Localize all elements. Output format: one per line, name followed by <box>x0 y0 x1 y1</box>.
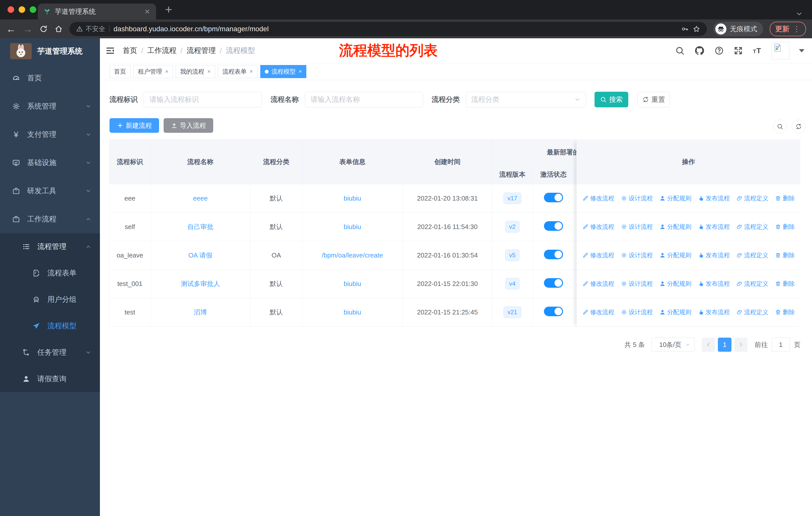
version-badge[interactable]: v2 <box>505 221 520 233</box>
action-assign-rule[interactable]: 分配规则 <box>660 251 691 259</box>
window-controls[interactable] <box>7 6 36 13</box>
url-text[interactable]: dashboard.yudao.iocoder.cn/bpm/manager/m… <box>114 25 677 33</box>
action-design[interactable]: 设计流程 <box>621 251 653 259</box>
action-design[interactable]: 设计流程 <box>621 280 653 288</box>
version-badge[interactable]: v5 <box>505 249 520 261</box>
action-deploy[interactable]: 发布流程 <box>698 251 730 259</box>
action-assign-rule[interactable]: 分配规则 <box>660 194 691 202</box>
breadcrumb-process-mgmt[interactable]: 流程管理 <box>186 46 216 56</box>
new-tab-button[interactable] <box>164 5 173 14</box>
action-delete[interactable]: 删除 <box>775 251 795 259</box>
action-definition[interactable]: 流程定义 <box>736 223 768 231</box>
sidebar-item-workflow[interactable]: 工作流程 <box>0 205 100 233</box>
search-icon[interactable] <box>675 46 685 55</box>
table-search-toggle-button[interactable] <box>773 120 787 133</box>
reload-button[interactable] <box>39 25 48 33</box>
action-assign-rule[interactable]: 分配规则 <box>660 223 691 231</box>
form-link[interactable]: biubiu <box>344 223 361 230</box>
reset-button[interactable]: 重置 <box>637 92 670 107</box>
close-icon[interactable]: × <box>299 68 302 75</box>
form-link[interactable]: /bpm/oa/leave/create <box>322 251 383 259</box>
action-definition[interactable]: 流程定义 <box>736 194 768 202</box>
sidebar-collapse-icon[interactable] <box>106 46 115 55</box>
sidebar-item-process-model[interactable]: 流程模型 <box>0 313 100 339</box>
action-update[interactable]: 修改流程 <box>582 280 614 288</box>
version-badge[interactable]: v21 <box>503 306 521 318</box>
action-update[interactable]: 修改流程 <box>582 308 614 316</box>
action-assign-rule[interactable]: 分配规则 <box>660 308 691 316</box>
prev-page-button[interactable] <box>702 337 715 352</box>
sidebar-item-process-management[interactable]: 流程管理 <box>0 233 100 260</box>
action-deploy[interactable]: 发布流程 <box>698 223 730 231</box>
active-toggle[interactable] <box>544 278 563 288</box>
close-icon[interactable]: × <box>250 68 253 75</box>
forward-button[interactable]: → <box>23 24 33 34</box>
process-name-input[interactable] <box>305 92 423 107</box>
form-link[interactable]: biubiu <box>344 194 361 202</box>
browser-tab[interactable]: 芋道管理系统 <box>38 3 156 19</box>
tab-search-chevron-icon[interactable] <box>795 10 803 18</box>
sidebar-item-task-management[interactable]: 任务管理 <box>0 339 100 365</box>
model-name-link[interactable]: 测试多审批人 <box>181 280 220 288</box>
active-toggle[interactable] <box>544 193 563 202</box>
sidebar-item-home[interactable]: 首页 <box>0 64 100 92</box>
maximize-window-button[interactable] <box>30 6 36 13</box>
fullscreen-icon[interactable] <box>733 46 743 55</box>
minimize-window-button[interactable] <box>19 6 25 13</box>
browser-update-button[interactable]: 更新 ⋮ <box>770 22 806 36</box>
form-link[interactable]: biubiu <box>344 308 361 316</box>
close-window-button[interactable] <box>7 6 14 13</box>
sidebar-item-user-group[interactable]: 用户分组 <box>0 286 100 313</box>
action-delete[interactable]: 删除 <box>775 194 795 202</box>
close-icon[interactable]: × <box>165 68 168 75</box>
address-bar[interactable]: 不安全 dashboard.yudao.iocoder.cn/bpm/manag… <box>69 22 707 36</box>
next-page-button[interactable] <box>734 337 748 352</box>
model-name-link[interactable]: 滔博 <box>194 308 207 316</box>
security-status[interactable]: 不安全 <box>76 24 105 33</box>
goto-page-input[interactable] <box>772 337 790 352</box>
sidebar-item-payment[interactable]: ¥ 支付管理 <box>0 120 100 148</box>
process-key-input[interactable] <box>144 92 262 107</box>
page-1-button[interactable]: 1 <box>718 337 731 352</box>
sidebar-item-devtools[interactable]: 研发工具 <box>0 177 100 205</box>
tab-close-icon[interactable] <box>144 8 150 15</box>
action-design[interactable]: 设计流程 <box>621 223 653 231</box>
close-icon[interactable]: × <box>207 68 211 75</box>
avatar[interactable] <box>772 42 789 59</box>
action-design[interactable]: 设计流程 <box>621 308 653 316</box>
action-update[interactable]: 修改流程 <box>582 194 614 202</box>
version-badge[interactable]: v17 <box>503 192 521 204</box>
import-process-button[interactable]: 导入流程 <box>164 118 213 133</box>
active-toggle[interactable] <box>544 250 563 259</box>
tag-tenant[interactable]: 租户管理× <box>134 65 173 78</box>
action-deploy[interactable]: 发布流程 <box>698 280 730 288</box>
avatar-caret-down-icon[interactable] <box>799 49 805 52</box>
action-assign-rule[interactable]: 分配规则 <box>660 280 691 288</box>
action-design[interactable]: 设计流程 <box>621 194 653 202</box>
model-name-link[interactable]: 自己审批 <box>187 223 213 230</box>
form-link[interactable]: biubiu <box>344 280 361 288</box>
bookmark-star-icon[interactable] <box>693 25 700 33</box>
password-key-icon[interactable] <box>681 25 689 33</box>
sidebar-item-process-form[interactable]: 流程表单 <box>0 260 100 286</box>
tag-process-form[interactable]: 流程表单× <box>218 65 258 78</box>
help-icon[interactable] <box>714 46 724 55</box>
back-button[interactable]: ← <box>6 24 16 34</box>
action-definition[interactable]: 流程定义 <box>736 251 768 259</box>
sidebar-item-infra[interactable]: 基础设施 <box>0 148 100 177</box>
action-definition[interactable]: 流程定义 <box>736 280 768 288</box>
font-size-icon[interactable] <box>753 46 762 55</box>
action-update[interactable]: 修改流程 <box>582 223 614 231</box>
breadcrumb-workflow[interactable]: 工作流程 <box>147 46 176 56</box>
tag-process-model[interactable]: 流程模型× <box>260 65 307 78</box>
action-deploy[interactable]: 发布流程 <box>698 194 730 202</box>
page-size-select[interactable]: 10条/页 <box>651 337 695 352</box>
action-update[interactable]: 修改流程 <box>582 251 614 259</box>
table-refresh-button[interactable] <box>792 120 806 133</box>
action-deploy[interactable]: 发布流程 <box>698 308 730 316</box>
breadcrumb-home[interactable]: 首页 <box>123 46 137 56</box>
tag-home[interactable]: 首页 <box>110 65 130 78</box>
action-delete[interactable]: 删除 <box>775 223 795 231</box>
action-delete[interactable]: 删除 <box>775 308 795 316</box>
action-definition[interactable]: 流程定义 <box>736 308 768 316</box>
